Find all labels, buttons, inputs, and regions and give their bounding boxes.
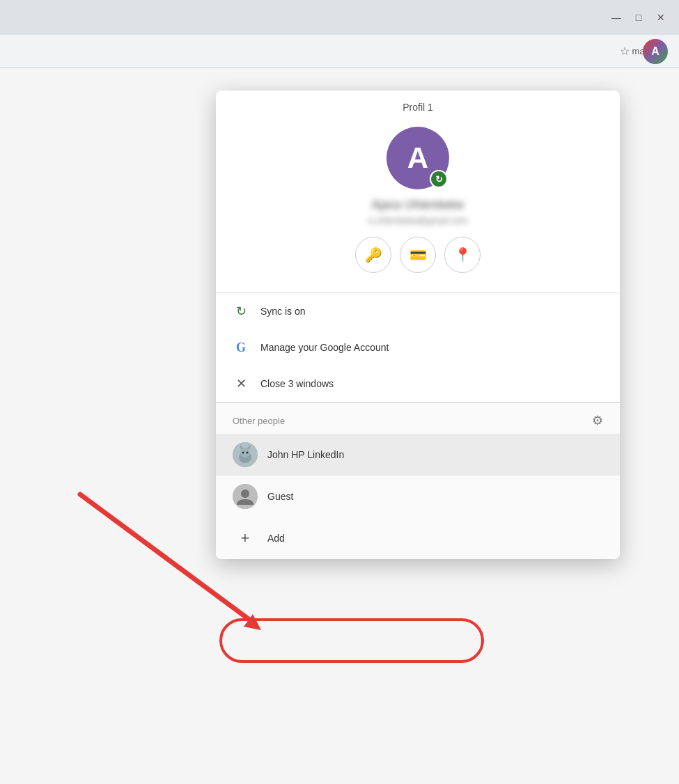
profile-title: Profil 1 xyxy=(403,102,433,113)
john-avatar xyxy=(233,442,258,467)
sync-menu-item[interactable]: ↻ Sync is on xyxy=(216,293,620,329)
other-people-header: Other people ⚙ xyxy=(216,403,620,434)
add-profile-item[interactable]: + Add xyxy=(216,517,620,559)
profile-dropdown: Profil 1 A ↻ Ajara Uhlenbeke a.uhlenbeke… xyxy=(216,91,620,559)
close-windows-label: Close 3 windows xyxy=(260,378,334,389)
svg-point-10 xyxy=(241,489,249,498)
svg-point-4 xyxy=(240,448,250,457)
other-people-label: Other people xyxy=(233,416,285,426)
other-people-section: Other people ⚙ John H xyxy=(216,402,620,559)
passwords-button[interactable]: 🔑 xyxy=(355,237,391,273)
sync-icon: ↻ xyxy=(233,303,249,320)
add-icon: + xyxy=(233,526,258,551)
manage-account-item[interactable]: G Manage your Google Account xyxy=(216,329,620,366)
svg-point-7 xyxy=(242,452,244,454)
svg-point-8 xyxy=(247,452,249,454)
minimize-button[interactable]: — xyxy=(607,8,626,27)
addresses-button[interactable]: 📍 xyxy=(444,237,481,273)
profile-avatar-large: A ↻ xyxy=(387,127,449,189)
profile-name: Ajara Uhlenbeke xyxy=(371,198,464,212)
add-label: Add xyxy=(267,533,285,544)
close-windows-item[interactable]: ✕ Close 3 windows xyxy=(216,366,620,402)
bookmark-icon: ☆ xyxy=(620,45,630,58)
window-chrome: — □ ✕ xyxy=(0,0,679,35)
manage-account-label: Manage your Google Account xyxy=(260,342,389,353)
sync-badge: ↻ xyxy=(430,170,448,188)
close-windows-icon: ✕ xyxy=(233,375,249,392)
gear-icon[interactable]: ⚙ xyxy=(592,413,603,428)
guest-item[interactable]: Guest xyxy=(216,476,620,517)
john-name-label: John HP LinkedIn xyxy=(267,449,344,460)
toolbar: ☆ marks xyxy=(0,35,679,68)
close-button[interactable]: ✕ xyxy=(651,8,671,27)
google-icon: G xyxy=(233,339,249,356)
profile-section: A ↻ Ajara Uhlenbeke a.uhlenbeke@gmail.co… xyxy=(216,118,620,292)
guest-label: Guest xyxy=(267,491,293,502)
payment-button[interactable]: 💳 xyxy=(400,237,436,273)
profile-avatar-toolbar[interactable]: A xyxy=(643,39,668,64)
maximize-button[interactable]: □ xyxy=(629,8,648,27)
john-linkedin-item[interactable]: John HP LinkedIn xyxy=(216,434,620,476)
icon-buttons-row: 🔑 💳 📍 xyxy=(355,237,481,273)
sync-label: Sync is on xyxy=(260,306,306,317)
guest-avatar xyxy=(233,484,258,509)
profile-email: a.uhlenbeke@gmail.com xyxy=(368,215,467,226)
panel-header: Profil 1 xyxy=(216,91,620,118)
